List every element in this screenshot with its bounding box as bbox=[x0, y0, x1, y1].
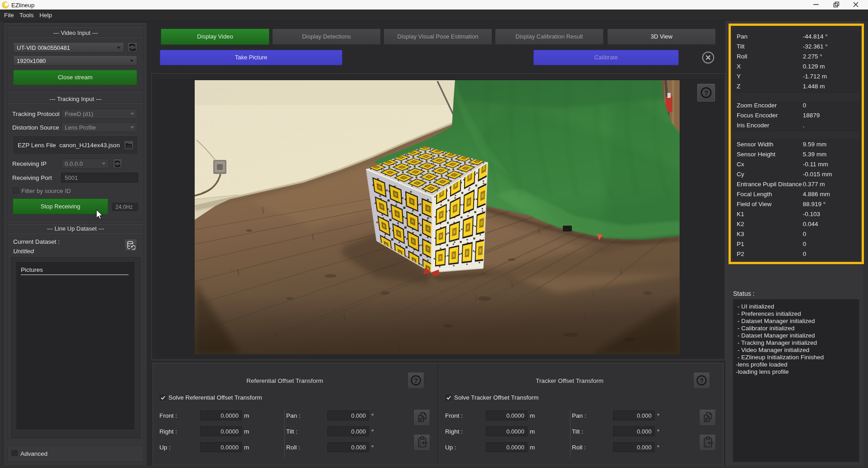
svg-text:?: ? bbox=[704, 89, 708, 96]
svg-text:?: ? bbox=[700, 377, 704, 384]
svg-text:?: ? bbox=[414, 377, 418, 384]
